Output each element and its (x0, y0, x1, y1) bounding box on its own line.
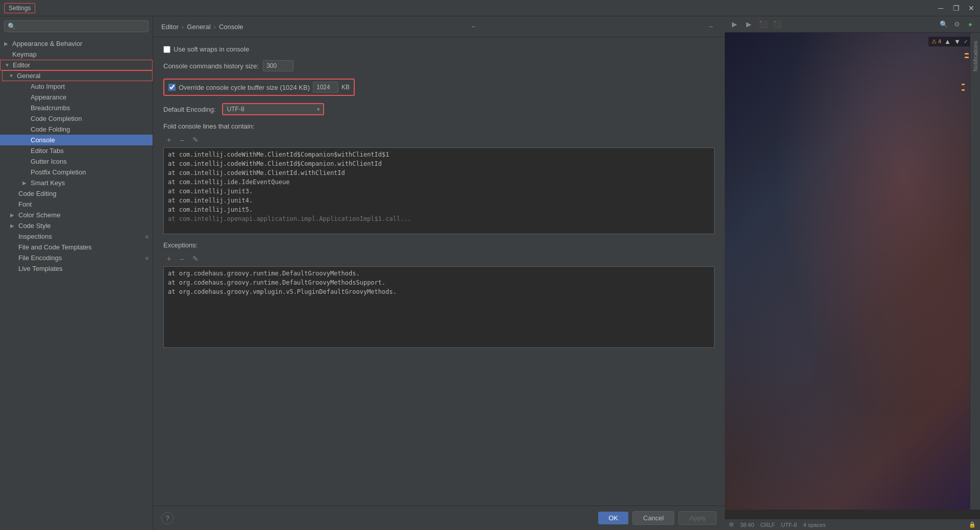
sidebar-item-general[interactable]: ▼ General (2, 70, 153, 81)
sidebar-item-keymap[interactable]: Keymap (0, 49, 153, 60)
sidebar-item-color-scheme[interactable]: ▶ Color Scheme (0, 210, 153, 220)
fold-item[interactable]: at com.intellij.openapi.application.impl… (164, 214, 714, 223)
soft-wrap-row: Use soft wraps in console (163, 45, 715, 53)
remove-fold-button[interactable]: – (177, 134, 188, 145)
soft-wrap-checkbox[interactable] (163, 46, 170, 53)
fold-item[interactable]: at com.intellij.codeWithMe.ClientId$Comp… (164, 150, 714, 159)
maximize-button[interactable]: ❐ (951, 4, 961, 12)
breadcrumb: Editor › General › Console ← → (153, 16, 725, 37)
sidebar-item-code-completion[interactable]: Code Completion (0, 113, 153, 124)
sidebar-item-file-encodings[interactable]: File Encodings ≡ (0, 253, 153, 263)
remove-exception-button[interactable]: – (177, 253, 188, 264)
help-button[interactable]: ? (161, 512, 174, 524)
ide-toolbar-btn3[interactable]: ⬛ (757, 19, 769, 30)
fold-item[interactable]: at com.intellij.codeWithMe.ClientId.with… (164, 168, 714, 178)
exceptions-label: Exceptions: (163, 241, 715, 249)
sidebar-item-code-style[interactable]: ▶ Code Style (0, 220, 153, 231)
edit-exception-button[interactable]: ✎ (190, 253, 201, 264)
search-input[interactable] (18, 23, 145, 30)
edit-fold-button[interactable]: ✎ (190, 134, 201, 145)
history-label: Console commands history size: (163, 62, 259, 70)
sidebar-item-gutter-icons[interactable]: Gutter Icons (0, 156, 153, 167)
sidebar-item-appearance-behavior[interactable]: ▶ Appearance & Behavior (0, 38, 153, 49)
status-line-ending: CRLF (761, 522, 775, 528)
breadcrumb-editor: Editor (161, 23, 179, 31)
sidebar-item-file-code-templates[interactable]: File and Code Templates (0, 242, 153, 253)
sidebar-item-font[interactable]: Font (0, 199, 153, 210)
ide-color-button[interactable]: ● (965, 19, 976, 30)
soft-wrap-checkbox-label[interactable]: Use soft wraps in console (163, 45, 249, 53)
sidebar-item-smart-keys[interactable]: ▶ Smart Keys (0, 178, 153, 188)
sidebar-item-label: Live Templates (18, 265, 62, 272)
encoding-select[interactable]: UTF-8 UTF-16 ISO-8859-1 US-ASCII (222, 103, 324, 115)
status-encoding: UTF-8 (781, 522, 797, 528)
sidebar-item-auto-import[interactable]: Auto Import (0, 81, 153, 92)
ide-settings-button[interactable]: ⚙ (951, 19, 963, 30)
ide-toolbar-btn1[interactable]: ▶ (729, 19, 740, 30)
nav-forward-button[interactable]: → (704, 20, 717, 33)
sidebar-item-live-templates[interactable]: Live Templates (0, 263, 153, 274)
sidebar-item-label: Editor (13, 61, 30, 69)
warning-chevron-down[interactable]: ▼ (954, 38, 961, 45)
close-button[interactable]: ✕ (967, 4, 976, 12)
sidebar-item-appearance[interactable]: Appearance (0, 92, 153, 103)
exception-item[interactable]: at org.codehaus.groovy.vmplugin.v5.Plugi… (164, 287, 714, 296)
warning-chevron-up[interactable]: ▲ (944, 38, 951, 45)
ok-button[interactable]: OK (598, 512, 628, 524)
fold-item[interactable]: at com.intellij.junit3. (164, 187, 714, 196)
toggle-icon: ▶ (4, 41, 10, 46)
cancel-button[interactable]: Cancel (632, 511, 674, 525)
sidebar-item-label: Smart Keys (31, 179, 65, 187)
add-exception-button[interactable]: + (163, 253, 175, 264)
sidebar-item-code-folding[interactable]: Code Folding (0, 124, 153, 135)
sidebar-item-label: Code Editing (18, 190, 56, 197)
sidebar-item-label: Inspections (18, 233, 52, 240)
minimize-button[interactable]: ─ (936, 4, 945, 12)
fold-item[interactable]: at com.intellij.ide.IdeEventQueue (164, 178, 714, 187)
fold-list: at com.intellij.codeWithMe.ClientId$Comp… (163, 147, 715, 234)
sidebar-item-label: Editor Tabs (31, 147, 64, 155)
fold-item[interactable]: at com.intellij.codeWithMe.ClientId$Comp… (164, 159, 714, 168)
status-gear-icon[interactable]: ⚙ (729, 521, 734, 528)
fold-item[interactable]: at com.intellij.junit4. (164, 196, 714, 205)
add-fold-button[interactable]: + (163, 134, 175, 145)
inspections-badge: ≡ (145, 234, 149, 240)
sidebar-item-label: File and Code Templates (18, 243, 92, 251)
sidebar-item-inspections[interactable]: Inspections ≡ (0, 231, 153, 242)
ide-toolbar-btn2[interactable]: ▶ (743, 19, 754, 30)
gutter-mark-yellow (965, 53, 969, 55)
ide-toolbar-btn4[interactable]: ⬛ (772, 19, 783, 30)
breadcrumb-sep1: › (182, 23, 184, 31)
encoding-label: Default Encoding: (163, 106, 216, 113)
override-label: Override console cycle buffer size (1024… (179, 84, 310, 91)
sidebar-item-editor[interactable]: ▼ Editor (0, 60, 153, 70)
toggle-icon: ▶ (10, 223, 16, 229)
window-title: Settings (4, 3, 35, 13)
notifications-label: Notifications (972, 41, 978, 71)
sidebar-item-editor-tabs[interactable]: Editor Tabs (0, 145, 153, 156)
override-checkbox[interactable] (168, 84, 176, 91)
apply-button[interactable]: Apply (678, 511, 717, 525)
exception-item[interactable]: at org.codehaus.groovy.runtime.DefaultGr… (164, 269, 714, 278)
file-encodings-badge: ≡ (145, 255, 149, 261)
override-checkbox-label[interactable]: Override console cycle buffer size (1024… (168, 84, 310, 91)
exception-item[interactable]: at org.codehaus.groovy.runtime.DefaultGr… (164, 278, 714, 287)
sidebar-item-console[interactable]: Console (0, 135, 153, 145)
search-icon: 🔍 (8, 22, 16, 30)
sidebar-item-label: Auto Import (31, 83, 65, 90)
fold-item[interactable]: at com.intellij.junit5. (164, 205, 714, 214)
toggle-icon: ▶ (22, 180, 29, 186)
search-box[interactable]: 🔍 (4, 20, 149, 32)
sidebar-item-label: General (17, 72, 40, 80)
sidebar-item-postfix-completion[interactable]: Postfix Completion (0, 167, 153, 178)
ide-search-button[interactable]: 🔍 (938, 19, 949, 30)
breadcrumb-sep2: › (214, 23, 216, 31)
exceptions-list: at org.codehaus.groovy.runtime.DefaultGr… (163, 266, 715, 348)
nav-back-button[interactable]: ← (468, 20, 480, 33)
history-input[interactable] (263, 60, 293, 71)
highlight-line2 (962, 89, 965, 91)
sidebar-item-label: Appearance & Behavior (12, 40, 82, 47)
sidebar-item-breadcrumbs[interactable]: Breadcrumbs (0, 103, 153, 113)
sidebar-item-code-editing[interactable]: Code Editing (0, 188, 153, 199)
override-value-input[interactable] (313, 82, 338, 93)
